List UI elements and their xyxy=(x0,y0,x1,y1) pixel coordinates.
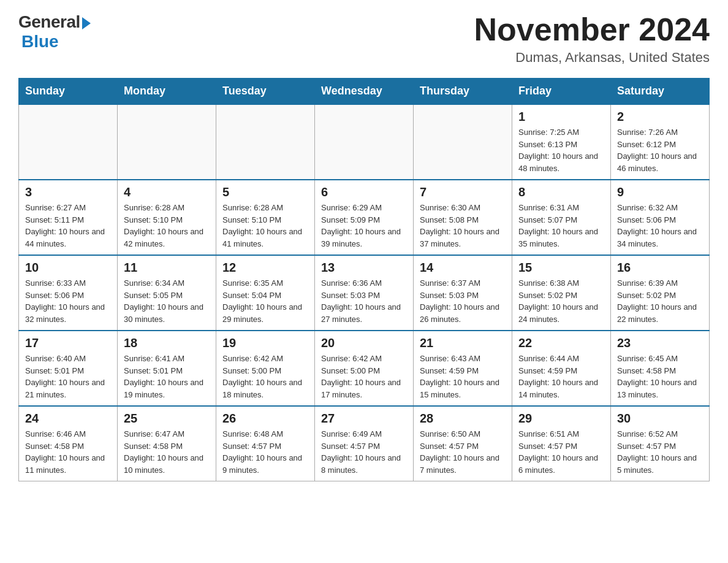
calendar-cell: 9Sunrise: 6:32 AMSunset: 5:06 PMDaylight… xyxy=(611,180,710,255)
day-info: Sunrise: 6:37 AMSunset: 5:03 PMDaylight:… xyxy=(420,277,506,325)
day-info: Sunrise: 6:39 AMSunset: 5:02 PMDaylight:… xyxy=(617,277,703,325)
day-info: Sunrise: 6:36 AMSunset: 5:03 PMDaylight:… xyxy=(321,277,407,325)
day-number: 10 xyxy=(25,261,111,275)
day-info: Sunrise: 6:49 AMSunset: 4:57 PMDaylight:… xyxy=(321,428,407,476)
day-info: Sunrise: 6:42 AMSunset: 5:00 PMDaylight:… xyxy=(222,353,308,400)
day-info: Sunrise: 6:40 AMSunset: 5:01 PMDaylight:… xyxy=(25,353,111,400)
weekday-header-thursday: Thursday xyxy=(414,79,512,105)
day-number: 17 xyxy=(25,336,111,350)
week-row-4: 17Sunrise: 6:40 AMSunset: 5:01 PMDayligh… xyxy=(19,331,710,406)
location-subtitle: Dumas, Arkansas, United States xyxy=(474,50,710,66)
calendar-cell: 22Sunrise: 6:44 AMSunset: 4:59 PMDayligh… xyxy=(512,331,611,406)
day-info: Sunrise: 6:31 AMSunset: 5:07 PMDaylight:… xyxy=(518,202,604,250)
calendar-cell: 28Sunrise: 6:50 AMSunset: 4:57 PMDayligh… xyxy=(414,406,512,481)
day-number: 18 xyxy=(124,336,210,350)
day-info: Sunrise: 6:35 AMSunset: 5:04 PMDaylight:… xyxy=(222,277,308,325)
day-number: 26 xyxy=(222,412,308,426)
week-row-2: 3Sunrise: 6:27 AMSunset: 5:11 PMDaylight… xyxy=(19,180,710,255)
day-number: 19 xyxy=(222,336,308,350)
calendar-table: SundayMondayTuesdayWednesdayThursdayFrid… xyxy=(18,78,710,481)
day-number: 3 xyxy=(25,185,111,199)
day-number: 1 xyxy=(518,110,604,124)
calendar-cell: 19Sunrise: 6:42 AMSunset: 5:00 PMDayligh… xyxy=(216,331,315,406)
day-number: 21 xyxy=(420,336,506,350)
calendar-cell: 30Sunrise: 6:52 AMSunset: 4:57 PMDayligh… xyxy=(611,406,710,481)
day-number: 27 xyxy=(321,412,407,426)
day-info: Sunrise: 6:42 AMSunset: 5:00 PMDaylight:… xyxy=(321,353,407,400)
day-number: 15 xyxy=(518,261,604,275)
day-number: 14 xyxy=(420,261,506,275)
calendar-cell: 12Sunrise: 6:35 AMSunset: 5:04 PMDayligh… xyxy=(216,255,315,331)
calendar-cell: 2Sunrise: 7:26 AMSunset: 6:12 PMDaylight… xyxy=(611,104,710,180)
calendar-cell: 15Sunrise: 6:38 AMSunset: 5:02 PMDayligh… xyxy=(512,255,611,331)
day-info: Sunrise: 6:46 AMSunset: 4:58 PMDaylight:… xyxy=(25,428,111,476)
day-number: 20 xyxy=(321,336,407,350)
day-info: Sunrise: 6:29 AMSunset: 5:09 PMDaylight:… xyxy=(321,202,407,250)
calendar-cell: 29Sunrise: 6:51 AMSunset: 4:57 PMDayligh… xyxy=(512,406,611,481)
calendar-cell: 17Sunrise: 6:40 AMSunset: 5:01 PMDayligh… xyxy=(19,331,118,406)
day-number: 12 xyxy=(222,261,308,275)
calendar-cell: 11Sunrise: 6:34 AMSunset: 5:05 PMDayligh… xyxy=(118,255,216,331)
weekday-header-monday: Monday xyxy=(118,79,216,105)
day-info: Sunrise: 6:51 AMSunset: 4:57 PMDaylight:… xyxy=(518,428,604,476)
calendar-cell xyxy=(414,104,512,180)
day-info: Sunrise: 6:33 AMSunset: 5:06 PMDaylight:… xyxy=(25,277,111,325)
week-row-3: 10Sunrise: 6:33 AMSunset: 5:06 PMDayligh… xyxy=(19,255,710,331)
logo-arrow-icon xyxy=(82,17,91,29)
calendar-cell: 20Sunrise: 6:42 AMSunset: 5:00 PMDayligh… xyxy=(315,331,414,406)
day-number: 8 xyxy=(518,185,604,199)
day-info: Sunrise: 6:30 AMSunset: 5:08 PMDaylight:… xyxy=(420,202,506,250)
calendar-cell: 23Sunrise: 6:45 AMSunset: 4:58 PMDayligh… xyxy=(611,331,710,406)
calendar-cell: 18Sunrise: 6:41 AMSunset: 5:01 PMDayligh… xyxy=(118,331,216,406)
day-info: Sunrise: 6:52 AMSunset: 4:57 PMDaylight:… xyxy=(617,428,703,476)
day-number: 5 xyxy=(222,185,308,199)
day-info: Sunrise: 6:41 AMSunset: 5:01 PMDaylight:… xyxy=(124,353,210,400)
logo-general-text: General xyxy=(18,12,80,32)
day-number: 25 xyxy=(124,412,210,426)
calendar-cell xyxy=(315,104,414,180)
day-number: 24 xyxy=(25,412,111,426)
calendar-cell: 14Sunrise: 6:37 AMSunset: 5:03 PMDayligh… xyxy=(414,255,512,331)
calendar-cell: 7Sunrise: 6:30 AMSunset: 5:08 PMDaylight… xyxy=(414,180,512,255)
day-info: Sunrise: 6:34 AMSunset: 5:05 PMDaylight:… xyxy=(124,277,210,325)
calendar-cell: 27Sunrise: 6:49 AMSunset: 4:57 PMDayligh… xyxy=(315,406,414,481)
day-number: 7 xyxy=(420,185,506,199)
day-info: Sunrise: 6:47 AMSunset: 4:58 PMDaylight:… xyxy=(124,428,210,476)
day-info: Sunrise: 6:43 AMSunset: 4:59 PMDaylight:… xyxy=(420,353,506,400)
calendar-cell: 1Sunrise: 7:25 AMSunset: 6:13 PMDaylight… xyxy=(512,104,611,180)
calendar-cell: 21Sunrise: 6:43 AMSunset: 4:59 PMDayligh… xyxy=(414,331,512,406)
day-info: Sunrise: 7:25 AMSunset: 6:13 PMDaylight:… xyxy=(518,126,604,174)
calendar-cell: 13Sunrise: 6:36 AMSunset: 5:03 PMDayligh… xyxy=(315,255,414,331)
day-info: Sunrise: 7:26 AMSunset: 6:12 PMDaylight:… xyxy=(617,126,703,174)
weekday-header-saturday: Saturday xyxy=(611,79,710,105)
day-number: 2 xyxy=(617,110,703,124)
calendar-cell: 26Sunrise: 6:48 AMSunset: 4:57 PMDayligh… xyxy=(216,406,315,481)
weekday-header-tuesday: Tuesday xyxy=(216,79,315,105)
day-info: Sunrise: 6:38 AMSunset: 5:02 PMDaylight:… xyxy=(518,277,604,325)
day-number: 30 xyxy=(617,412,703,426)
calendar-cell: 4Sunrise: 6:28 AMSunset: 5:10 PMDaylight… xyxy=(118,180,216,255)
logo: General Blue xyxy=(18,12,91,52)
day-number: 22 xyxy=(518,336,604,350)
day-number: 29 xyxy=(518,412,604,426)
day-info: Sunrise: 6:50 AMSunset: 4:57 PMDaylight:… xyxy=(420,428,506,476)
calendar-cell: 5Sunrise: 6:28 AMSunset: 5:10 PMDaylight… xyxy=(216,180,315,255)
week-row-5: 24Sunrise: 6:46 AMSunset: 4:58 PMDayligh… xyxy=(19,406,710,481)
month-year-title: November 2024 xyxy=(474,12,710,47)
page-header: General Blue November 2024 Dumas, Arkans… xyxy=(18,12,710,66)
calendar-cell: 3Sunrise: 6:27 AMSunset: 5:11 PMDaylight… xyxy=(19,180,118,255)
day-info: Sunrise: 6:32 AMSunset: 5:06 PMDaylight:… xyxy=(617,202,703,250)
calendar-cell xyxy=(118,104,216,180)
day-number: 28 xyxy=(420,412,506,426)
day-number: 16 xyxy=(617,261,703,275)
day-number: 6 xyxy=(321,185,407,199)
day-number: 9 xyxy=(617,185,703,199)
weekday-header-wednesday: Wednesday xyxy=(315,79,414,105)
calendar-cell: 10Sunrise: 6:33 AMSunset: 5:06 PMDayligh… xyxy=(19,255,118,331)
title-section: November 2024 Dumas, Arkansas, United St… xyxy=(474,12,710,66)
day-info: Sunrise: 6:45 AMSunset: 4:58 PMDaylight:… xyxy=(617,353,703,400)
logo-blue-text: Blue xyxy=(21,32,59,52)
weekday-header-friday: Friday xyxy=(512,79,611,105)
calendar-cell xyxy=(19,104,118,180)
calendar-cell: 25Sunrise: 6:47 AMSunset: 4:58 PMDayligh… xyxy=(118,406,216,481)
